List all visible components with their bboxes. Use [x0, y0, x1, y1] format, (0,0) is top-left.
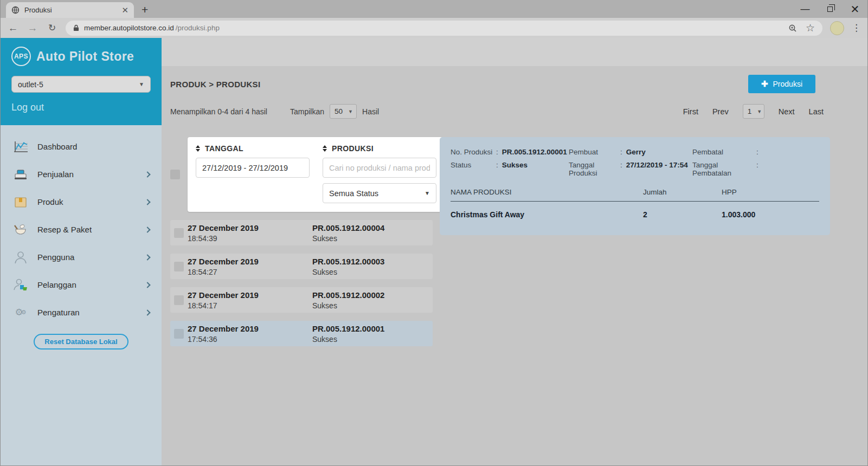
address-bar[interactable]: member.autopilotstore.co.id/produksi.php…: [66, 21, 822, 36]
production-row[interactable]: 27 December 2019 18:54:17 PR.005.1912.00…: [170, 287, 433, 313]
chevron-right-icon: [144, 199, 150, 205]
browser-toolbar: ← → ↻ member.autopilotstore.co.id/produk…: [1, 18, 867, 38]
sort-tanggal-icon[interactable]: [196, 145, 200, 152]
gears-icon: ⚙⚙: [12, 306, 29, 320]
detail-field-label: Pembuat: [569, 148, 620, 156]
tab-title: Produksi: [24, 6, 117, 14]
browser-menu-icon[interactable]: ⋮: [852, 22, 861, 34]
pagination-last[interactable]: Last: [809, 107, 824, 116]
sidebar-item-label: Produk: [37, 197, 63, 206]
sidebar-item-pelanggan[interactable]: Pelanggan: [1, 271, 162, 299]
aps-logo: APS: [11, 47, 31, 66]
sidebar-item-dashboard[interactable]: Dashboard: [1, 133, 162, 160]
sidebar-item-resep-paket[interactable]: Resep & Paket: [1, 216, 162, 243]
row-date: 27 December 2019: [188, 257, 312, 266]
sidebar-item-pengaturan[interactable]: ⚙⚙ Pengaturan: [1, 299, 162, 326]
item-name: Christmas Gift Away: [451, 210, 643, 219]
chevron-right-icon: [144, 282, 150, 288]
new-tab-button[interactable]: +: [142, 3, 148, 16]
outlet-select-value: outlet-5: [18, 80, 43, 89]
production-row-selected[interactable]: 27 December 2019 17:54:36 PR.005.1912.00…: [170, 321, 433, 346]
dashboard-icon: [12, 140, 29, 154]
detail-field-value: PR.005.1912.00001: [502, 148, 567, 156]
sidebar-item-penjualan[interactable]: Penjualan: [1, 160, 162, 188]
production-row[interactable]: 27 December 2019 18:54:27 PR.005.1912.00…: [170, 254, 433, 279]
logout-link[interactable]: Log out: [11, 102, 151, 113]
sidebar-item-produk[interactable]: Produk: [1, 188, 162, 216]
row-time: 17:54:36: [188, 335, 312, 344]
pagination-next[interactable]: Next: [779, 107, 795, 116]
chevron-right-icon: [144, 171, 150, 177]
status-select[interactable]: Semua Status ▼: [323, 183, 436, 203]
production-row[interactable]: 27 December 2019 18:54:39 PR.005.1912.00…: [170, 220, 433, 245]
customer-icon: [12, 278, 29, 292]
row-status: Sukses: [312, 268, 384, 276]
row-date: 27 December 2019: [188, 290, 312, 300]
pagination-prev[interactable]: Prev: [712, 107, 729, 116]
sidebar-item-pengguna[interactable]: Pengguna: [1, 243, 162, 271]
close-button[interactable]: ✕: [843, 0, 867, 18]
pagination-first[interactable]: First: [683, 107, 698, 116]
row-status: Sukses: [312, 301, 384, 310]
sort-produksi-icon[interactable]: [323, 145, 327, 152]
sidebar-item-label: Pengaturan: [37, 308, 80, 317]
detail-field-value: Sukses: [502, 161, 528, 169]
pagination: First Prev 1 ▼ Next Last: [683, 104, 824, 119]
table-row: Christmas Gift Away 2 1.003.000: [451, 202, 819, 219]
status-select-value: Semua Status: [329, 189, 378, 198]
row-checkbox[interactable]: [174, 228, 184, 238]
row-time: 18:54:27: [188, 268, 312, 276]
browser-tab[interactable]: Produksi ✕: [6, 2, 134, 18]
bookmark-star-icon[interactable]: ☆: [806, 22, 815, 34]
row-code: PR.005.1912.00004: [312, 223, 384, 232]
production-list: TANGGAL PRODUKSI: [170, 137, 433, 346]
sidebar-header: APS Auto Pilot Store outlet-5 ▼ Log out: [1, 38, 162, 125]
lock-icon: [73, 24, 79, 31]
item-qty: 2: [643, 210, 722, 219]
back-button-icon[interactable]: ←: [7, 22, 19, 34]
zoom-icon[interactable]: [788, 24, 797, 33]
detail-field-label: Tanggal Produksi: [569, 161, 620, 177]
chevron-right-icon: [144, 309, 150, 315]
filter-card: TANGGAL PRODUKSI: [188, 137, 445, 212]
page-size-value: 50: [335, 107, 343, 115]
sidebar: APS Auto Pilot Store outlet-5 ▼ Log out …: [1, 38, 162, 465]
breadcrumb: PRODUK > PRODUKSI: [170, 80, 260, 89]
search-produksi-input[interactable]: [323, 158, 436, 178]
add-produksi-button[interactable]: ✚ Produksi: [748, 75, 815, 93]
detail-field-value: 27/12/2019 - 17:54: [626, 161, 688, 169]
row-checkbox[interactable]: [174, 329, 184, 339]
minimize-button[interactable]: —: [793, 0, 818, 18]
globe-favicon-icon: [11, 6, 20, 14]
forward-button-icon[interactable]: →: [27, 22, 38, 34]
restore-icon: [827, 7, 833, 12]
production-detail-panel: No. Produksi: PR.005.1912.00001 Pembuat:…: [440, 137, 830, 235]
produksi-column-header[interactable]: PRODUKSI: [332, 144, 374, 153]
main-content: PRODUK > PRODUKSI ✚ Produksi Menampilkan…: [162, 38, 867, 465]
page-size-select[interactable]: 50 ▼: [330, 104, 357, 119]
add-produksi-label: Produksi: [773, 80, 802, 88]
tab-close-icon[interactable]: ✕: [121, 5, 128, 15]
profile-avatar[interactable]: [830, 21, 844, 35]
row-code: PR.005.1912.00001: [312, 324, 384, 333]
main-top-band: [162, 38, 867, 66]
row-checkbox[interactable]: [174, 262, 184, 271]
row-date: 27 December 2019: [188, 223, 312, 232]
page-size-suffix: Hasil: [362, 107, 379, 116]
page-number-value: 1: [748, 107, 752, 115]
user-icon: [12, 250, 29, 264]
table-header-jumlah: Jumlah: [643, 188, 722, 196]
reset-database-button[interactable]: Reset Database Lokal: [34, 334, 128, 350]
restore-button[interactable]: [818, 0, 843, 18]
detail-field-label: Status: [451, 161, 496, 169]
outlet-select[interactable]: outlet-5 ▼: [11, 76, 151, 93]
date-range-input[interactable]: [196, 158, 310, 178]
row-checkbox[interactable]: [174, 295, 184, 305]
reload-button-icon[interactable]: ↻: [46, 22, 58, 34]
select-all-checkbox[interactable]: [170, 170, 180, 179]
plus-icon: ✚: [761, 79, 768, 89]
page-number-select[interactable]: 1 ▼: [743, 104, 764, 119]
tanggal-column-header[interactable]: TANGGAL: [205, 144, 243, 153]
row-date: 27 December 2019: [188, 324, 312, 333]
detail-field-value: Gerry: [626, 148, 646, 156]
